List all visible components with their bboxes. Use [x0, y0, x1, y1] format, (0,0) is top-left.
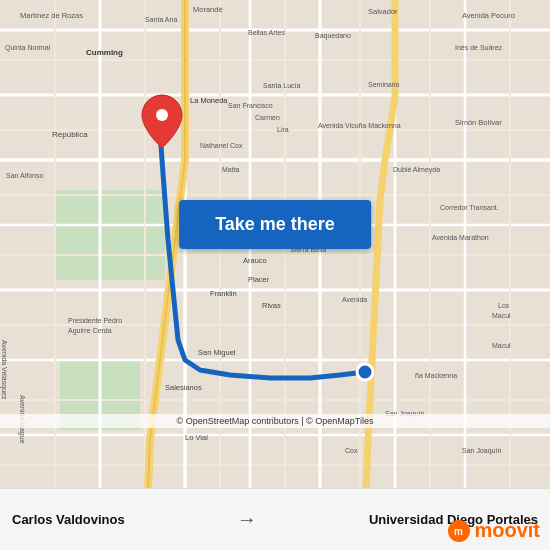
- svg-text:Avenida: Avenida: [342, 296, 367, 303]
- svg-text:Los: Los: [498, 302, 510, 309]
- svg-point-77: [357, 364, 373, 380]
- svg-text:República: República: [52, 130, 88, 139]
- svg-text:Macul: Macul: [492, 312, 511, 319]
- svg-text:Baquedano: Baquedano: [315, 32, 351, 40]
- svg-text:San Miguel: San Miguel: [198, 348, 236, 357]
- svg-text:Morandé: Morandé: [193, 5, 223, 14]
- take-me-there-button[interactable]: Take me there: [179, 200, 371, 249]
- svg-text:Avenida Marathon: Avenida Marathon: [432, 234, 489, 241]
- svg-text:Avenida Pocuro: Avenida Pocuro: [462, 11, 515, 20]
- svg-text:Lo Vial: Lo Vial: [185, 433, 208, 442]
- svg-text:Presidente Pedro: Presidente Pedro: [68, 317, 122, 324]
- attribution-text: © OpenStreetMap contributors | © OpenMap…: [177, 416, 374, 426]
- svg-text:Rivas: Rivas: [262, 301, 281, 310]
- svg-text:Simón Bolívar: Simón Bolívar: [455, 118, 502, 127]
- moovit-brand-text: moovit: [474, 519, 540, 542]
- svg-text:ña Mackenna: ña Mackenna: [415, 372, 457, 379]
- svg-text:Lira: Lira: [277, 126, 289, 133]
- svg-text:San Joaquín: San Joaquín: [462, 447, 501, 455]
- svg-text:Martínez de Rozas: Martínez de Rozas: [20, 11, 83, 20]
- svg-text:Cumming: Cumming: [86, 48, 123, 57]
- svg-text:San Francisco: San Francisco: [228, 102, 273, 109]
- svg-text:Matta: Matta: [222, 166, 240, 173]
- svg-text:Cox: Cox: [345, 447, 358, 454]
- svg-text:Santa Ana: Santa Ana: [145, 16, 177, 23]
- map-attribution: © OpenStreetMap contributors | © OpenMap…: [0, 414, 550, 428]
- direction-arrow: →: [237, 508, 257, 531]
- svg-text:Macul: Macul: [492, 342, 511, 349]
- svg-text:Carmen: Carmen: [255, 114, 280, 121]
- svg-rect-1: [55, 190, 165, 280]
- svg-text:Salvador: Salvador: [368, 7, 398, 16]
- origin-name: Carlos Valdovinos: [12, 512, 125, 527]
- svg-text:Avenida Velásquez: Avenida Velásquez: [0, 340, 8, 400]
- svg-text:Inés de Suárez: Inés de Suárez: [455, 44, 503, 51]
- svg-text:Franklin: Franklin: [210, 289, 237, 298]
- svg-point-76: [156, 109, 168, 121]
- bottom-bar: Carlos Valdovinos → Universidad Diego Po…: [0, 488, 550, 550]
- svg-text:Seminario: Seminario: [368, 81, 400, 88]
- svg-text:Santa Lucía: Santa Lucía: [263, 82, 300, 89]
- svg-text:La Moneda: La Moneda: [190, 96, 228, 105]
- map-container: Martínez de Rozas Cumming Santa Ana Mora…: [0, 0, 550, 490]
- moovit-logo: m moovit: [448, 519, 540, 542]
- svg-text:Quinta Normal: Quinta Normal: [5, 44, 51, 52]
- moovit-logo-icon: m: [448, 520, 470, 542]
- svg-text:Bellas Artes: Bellas Artes: [248, 29, 285, 36]
- svg-text:m: m: [454, 526, 463, 537]
- svg-text:Avenida Vicuña Mackenna: Avenida Vicuña Mackenna: [318, 122, 401, 129]
- svg-text:Nathanel Cox: Nathanel Cox: [200, 142, 243, 149]
- svg-text:Placer: Placer: [248, 275, 270, 284]
- svg-text:Salesianos: Salesianos: [165, 383, 202, 392]
- svg-text:Corredor Transant.: Corredor Transant.: [440, 204, 499, 211]
- svg-text:Arauco: Arauco: [243, 256, 267, 265]
- svg-text:Aguirre Cerda: Aguirre Cerda: [68, 327, 112, 335]
- svg-text:Dublé Almeyda: Dublé Almeyda: [393, 166, 440, 174]
- svg-text:San Alfonso: San Alfonso: [6, 172, 43, 179]
- origin-section: Carlos Valdovinos: [12, 512, 125, 527]
- cta-button-container: Take me there: [179, 200, 371, 249]
